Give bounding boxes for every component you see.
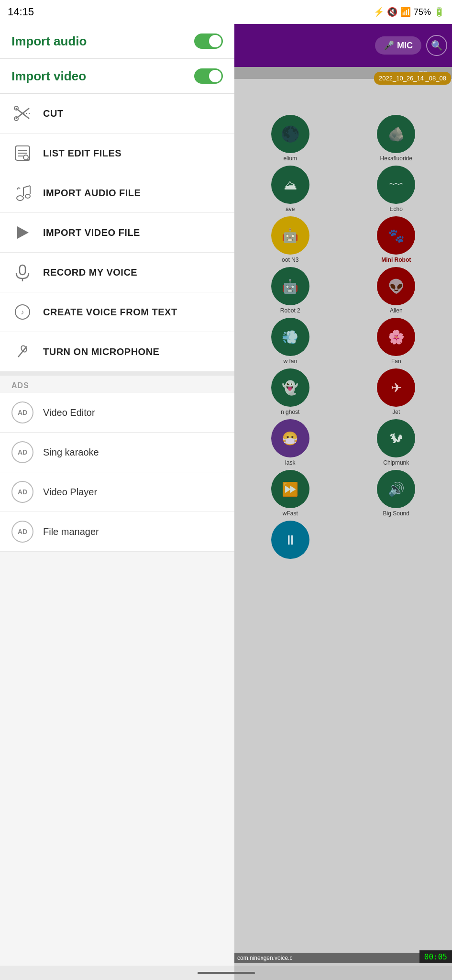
mic-label: MIC	[397, 41, 413, 51]
circle-item-big-sound[interactable]: 🔊 Big Sound	[345, 470, 448, 517]
list-edit-files-label: LIST EDIT FILES	[43, 148, 121, 159]
circle-cave: ⛰	[271, 166, 309, 204]
ad-item-sing-karaoke[interactable]: AD Sing karaoke	[0, 433, 234, 472]
bottom-navigation-bar	[0, 966, 452, 980]
label-slow-fan: w fan	[283, 358, 297, 365]
list-edit-icon	[11, 142, 33, 164]
import-audio-icon	[11, 182, 33, 204]
ad-label-file-manager: File manager	[43, 526, 99, 537]
circle-mask: 😷	[271, 419, 309, 457]
circle-mini-robot: 🐾	[377, 216, 415, 255]
circles-grid-inner: 🌑 elium 🪨 Hexafluoride ⛰ ave 〰 Echo 🤖 oo…	[237, 113, 449, 563]
import-audio-toggle-row[interactable]: Import audio	[0, 24, 234, 59]
menu-item-record-my-voice[interactable]: RECORD MY VOICE	[0, 253, 234, 292]
ad-badge-sing-karaoke: AD	[11, 441, 33, 463]
circle-item-hexafluoride[interactable]: 🪨 Hexafluoride	[345, 115, 448, 162]
menu-list: CUT LIST EDIT FILES	[0, 94, 234, 980]
circle-item-robot2[interactable]: 🤖 Robot 2	[239, 267, 342, 314]
svg-marker-16	[17, 226, 29, 239]
circle-slowfast: ⏩	[271, 470, 309, 508]
search-icon: 🔍	[431, 40, 443, 51]
right-panel: 🎤 MIC 🔍 20 songs 2022_10_26_14 _08_08 🌑 …	[234, 24, 452, 980]
wifi-icon: 📶	[400, 7, 411, 17]
circle-item-alien[interactable]: 👽 Alien	[345, 267, 448, 314]
status-icons: ⚡ 🔇 📶 75% 🔋	[374, 7, 444, 17]
mute-icon: 🔇	[387, 7, 397, 17]
mic-icon: 🎤	[384, 40, 394, 51]
mic-button[interactable]: 🎤 MIC	[375, 36, 421, 55]
menu-item-create-voice-from-text[interactable]: ♪ CREATE VOICE FROM TEXT	[0, 292, 234, 332]
circle-item-slow-fan[interactable]: 💨 w fan	[239, 318, 342, 365]
home-indicator	[198, 972, 255, 974]
circle-chipmunk: 🐿	[377, 419, 415, 457]
import-video-icon	[11, 222, 33, 244]
import-audio-file-label: IMPORT AUDIO FILE	[43, 188, 141, 199]
label-jet: Jet	[392, 409, 400, 415]
circle-jet: ✈	[377, 368, 415, 407]
menu-item-cut[interactable]: CUT	[0, 94, 234, 134]
label-mini-robot: Mini Robot	[381, 256, 411, 263]
label-echo: Echo	[390, 206, 403, 212]
ad-label-sing-karaoke: Sing karaoke	[43, 447, 99, 458]
circle-alien: 👽	[377, 267, 415, 305]
menu-item-turn-on-microphone[interactable]: TURN ON MICROPHONE	[0, 332, 234, 372]
label-fan: Fan	[391, 358, 401, 365]
record-my-voice-label: RECORD MY VOICE	[43, 267, 137, 278]
circle-big-sound: 🔊	[377, 470, 415, 508]
label-robot2: Robot 2	[280, 307, 300, 314]
circle-item-boot-n3[interactable]: 🤖 oot N3	[239, 216, 342, 263]
import-video-toggle-row[interactable]: Import video	[0, 59, 234, 94]
menu-item-import-audio-file[interactable]: IMPORT AUDIO FILE	[0, 173, 234, 213]
svg-line-14	[23, 186, 30, 188]
import-audio-label: Import audio	[11, 34, 87, 49]
circle-item-chipmunk[interactable]: 🐿 Chipmunk	[345, 419, 448, 466]
ad-item-video-editor[interactable]: AD Video Editor	[0, 393, 234, 433]
circle-item-eq[interactable]: ⏸	[239, 521, 342, 561]
circle-equalizer: ⏸	[271, 521, 309, 559]
circle-item-mask[interactable]: 😷 lask	[239, 419, 342, 466]
circle-echo: 〰	[377, 166, 415, 204]
circle-item-echo[interactable]: 〰 Echo	[345, 166, 448, 212]
circle-robot2: 🤖	[271, 267, 309, 305]
label-ghost: n ghost	[281, 409, 299, 415]
circle-item-fan[interactable]: 🌸 Fan	[345, 318, 448, 365]
ad-item-video-player[interactable]: AD Video Player	[0, 472, 234, 512]
top-bar: 🎤 MIC 🔍	[234, 24, 452, 67]
circle-item-helium[interactable]: 🌑 elium	[239, 115, 342, 162]
timer-badge: 00:05	[419, 950, 452, 963]
label-hexafluoride: Hexafluoride	[380, 155, 412, 162]
label-boot-n3: oot N3	[282, 256, 298, 263]
svg-point-22	[20, 345, 28, 353]
bluetooth-icon: ⚡	[374, 7, 384, 17]
status-bar: 14:15 ⚡ 🔇 📶 75% 🔋	[0, 0, 452, 24]
circle-item-jet[interactable]: ✈ Jet	[345, 368, 448, 415]
menu-item-list-edit-files[interactable]: LIST EDIT FILES	[0, 134, 234, 173]
svg-rect-17	[20, 265, 25, 275]
battery-level: 75%	[414, 7, 431, 17]
circle-boot-n3: 🤖	[271, 216, 309, 255]
circle-item-ghost[interactable]: 👻 n ghost	[239, 368, 342, 415]
drawer: Import audio Import video CUT	[0, 24, 234, 980]
ad-label-video-editor: Video Editor	[43, 407, 95, 418]
menu-separator	[0, 372, 234, 376]
create-voice-from-text-label: CREATE VOICE FROM TEXT	[43, 307, 177, 318]
import-audio-switch[interactable]	[194, 33, 223, 49]
circle-item-cave[interactable]: ⛰ ave	[239, 166, 342, 212]
ad-badge-video-player: AD	[11, 481, 33, 503]
turn-on-microphone-label: TURN ON MICROPHONE	[43, 346, 159, 357]
circle-item-slowfast[interactable]: ⏩ wFast	[239, 470, 342, 517]
circle-fan: 🌸	[377, 318, 415, 356]
svg-text:♪: ♪	[21, 308, 24, 316]
ad-item-file-manager[interactable]: AD File manager	[0, 512, 234, 552]
ad-badge-video-editor: AD	[11, 401, 33, 423]
circle-slow-fan: 💨	[271, 318, 309, 356]
import-video-switch[interactable]	[194, 68, 223, 84]
menu-item-import-video-file[interactable]: IMPORT VIDEO FILE	[0, 213, 234, 253]
label-helium: elium	[283, 155, 297, 162]
cut-label: CUT	[43, 108, 64, 119]
search-button[interactable]: 🔍	[426, 35, 447, 56]
package-name: com.ninexgen.voice.c	[234, 953, 423, 963]
circle-item-mini-robot[interactable]: 🐾 Mini Robot	[345, 216, 448, 263]
circles-container: 🌑 elium 🪨 Hexafluoride ⛰ ave 〰 Echo 🤖 oo…	[234, 110, 452, 566]
turn-on-mic-icon	[11, 341, 33, 363]
